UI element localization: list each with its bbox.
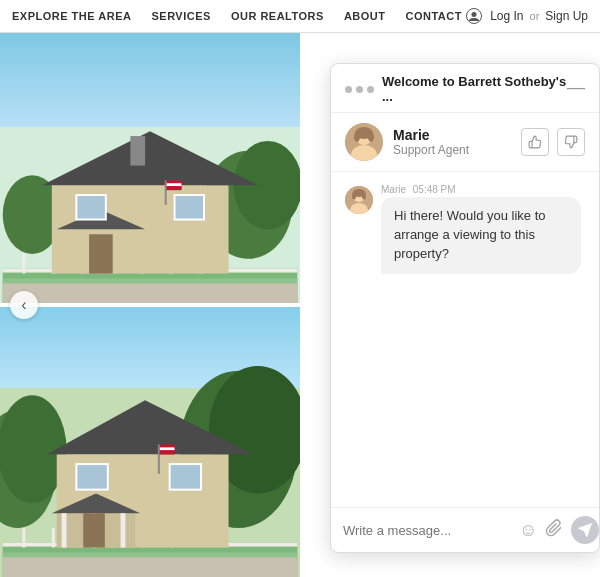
svg-rect-46 <box>121 513 126 547</box>
chat-minimize-button[interactable]: — <box>567 78 585 100</box>
emoji-icon[interactable]: ☺ <box>519 520 537 541</box>
agent-info: Marie Support Agent <box>393 127 469 157</box>
svg-rect-35 <box>52 528 55 548</box>
nav-auth: Log In or Sign Up <box>466 8 588 24</box>
nav-bar: EXPLORE THE AREA SERVICES OUR REALTORS A… <box>0 0 600 33</box>
chat-agent-info: Marie Support Agent <box>331 113 599 172</box>
svg-rect-19 <box>76 195 105 220</box>
chat-dot-2 <box>356 86 363 93</box>
svg-rect-22 <box>165 180 167 205</box>
gallery-photo-bottom <box>0 307 300 577</box>
chat-header-left: Welcome to Barrett Sotheby's ... <box>345 74 567 104</box>
message-row: Marie 05:48 PM Hi there! Would you like … <box>345 184 585 274</box>
svg-point-59 <box>368 132 374 142</box>
agent-actions <box>521 128 585 156</box>
nav-links: EXPLORE THE AREA SERVICES OUR REALTORS A… <box>12 10 466 22</box>
chat-header: Welcome to Barrett Sotheby's ... — <box>331 64 599 113</box>
svg-marker-67 <box>580 524 592 536</box>
chat-widget: Welcome to Barrett Sotheby's ... — <box>330 63 600 553</box>
svg-point-65 <box>362 193 366 200</box>
svg-point-58 <box>354 132 360 142</box>
or-separator: or <box>530 10 540 22</box>
nav-services[interactable]: SERVICES <box>151 10 210 22</box>
svg-point-0 <box>472 12 477 17</box>
chat-messages: Marie 05:48 PM Hi there! Would you like … <box>331 172 599 507</box>
svg-rect-18 <box>89 234 113 273</box>
chat-message-input[interactable] <box>343 523 511 538</box>
svg-rect-50 <box>158 444 160 473</box>
message-content: Marie 05:48 PM Hi there! Would you like … <box>381 184 581 274</box>
svg-rect-34 <box>22 528 25 548</box>
nav-about[interactable]: ABOUT <box>344 10 386 22</box>
chat-title: Welcome to Barrett Sotheby's ... <box>382 74 567 104</box>
photo-gallery: ‹ <box>0 33 320 577</box>
svg-rect-21 <box>130 136 145 165</box>
svg-rect-20 <box>175 195 204 220</box>
send-button[interactable] <box>571 516 599 544</box>
message-time: 05:48 PM <box>413 184 456 195</box>
chat-dot-1 <box>345 86 352 93</box>
svg-rect-52 <box>160 447 175 450</box>
main-content: ‹ Welcome to Barrett Sotheby's ... — <box>0 33 600 577</box>
thumbs-down-button[interactable] <box>557 128 585 156</box>
svg-rect-6 <box>3 283 298 303</box>
message-bubble: Hi there! Would you like to arrange a vi… <box>381 197 581 274</box>
nav-explore[interactable]: EXPLORE THE AREA <box>12 10 131 22</box>
login-link[interactable]: Log In <box>490 9 523 23</box>
agent-left: Marie Support Agent <box>345 123 469 161</box>
svg-rect-47 <box>83 513 105 547</box>
chat-dots <box>345 86 374 93</box>
attachment-icon[interactable] <box>545 519 563 542</box>
agent-avatar <box>345 123 383 161</box>
svg-rect-24 <box>167 183 182 186</box>
svg-rect-44 <box>62 513 67 547</box>
agent-role: Support Agent <box>393 143 469 157</box>
svg-rect-25 <box>167 186 182 190</box>
message-sender: Marie <box>381 184 406 195</box>
svg-rect-8 <box>22 254 25 274</box>
agent-name: Marie <box>393 127 469 143</box>
gallery-photo-top <box>0 33 300 303</box>
signup-link[interactable]: Sign Up <box>545 9 588 23</box>
chat-input-area: ☺ <box>331 507 599 552</box>
user-icon <box>466 8 482 24</box>
svg-point-64 <box>352 193 356 200</box>
message-meta: Marie 05:48 PM <box>381 184 581 195</box>
svg-rect-32 <box>3 557 298 577</box>
svg-marker-16 <box>42 131 258 185</box>
svg-point-2 <box>233 141 300 229</box>
gallery-prev-button[interactable]: ‹ <box>10 291 38 319</box>
nav-realtors[interactable]: OUR REALTORS <box>231 10 324 22</box>
nav-contact[interactable]: CONTACT <box>406 10 462 22</box>
svg-rect-48 <box>76 464 107 490</box>
svg-rect-53 <box>160 450 175 454</box>
svg-rect-49 <box>170 464 201 490</box>
chat-input-icons: ☺ <box>519 516 599 544</box>
chat-dot-3 <box>367 86 374 93</box>
message-avatar <box>345 186 373 214</box>
thumbs-up-button[interactable] <box>521 128 549 156</box>
